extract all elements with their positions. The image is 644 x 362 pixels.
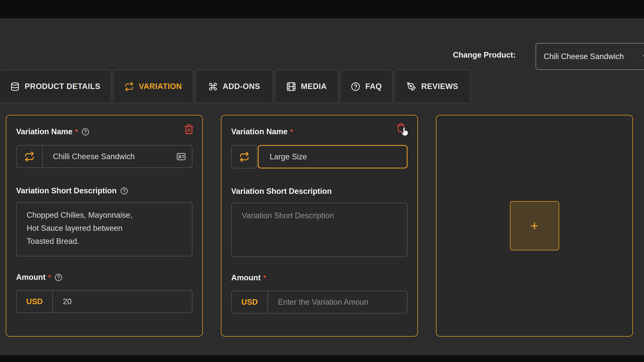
repeat-icon: [24, 152, 34, 162]
tab-bar: PRODUCT DETAILS VARIATION ADD-ONS MEDIA …: [0, 70, 644, 103]
tab-faq[interactable]: FAQ: [340, 70, 393, 103]
amount-input-group: USD: [231, 291, 408, 313]
help-icon[interactable]: [55, 274, 62, 281]
variation-name-input-group: [231, 145, 408, 168]
variation-desc-textarea[interactable]: Chopped Chilies, Mayonnaise, Hot Sauce l…: [16, 202, 192, 256]
product-select[interactable]: Chili Cheese Sandwich: [536, 43, 644, 70]
amount-label: Amount: [16, 273, 46, 282]
hand-cursor-icon: [399, 125, 411, 137]
variation-name-label: Variation Name: [16, 127, 72, 136]
tab-add-ons[interactable]: ADD-ONS: [195, 70, 273, 103]
variation-name-label: Variation Name: [231, 127, 288, 136]
variation-desc-label: Variation Short Description: [16, 186, 117, 195]
sync-button[interactable]: [231, 145, 257, 168]
contact-card-icon[interactable]: [176, 152, 186, 161]
amount-input[interactable]: [268, 291, 407, 313]
plus-icon: +: [531, 218, 539, 234]
tab-media[interactable]: MEDIA: [275, 70, 338, 103]
variation-name-input-focused: [258, 145, 408, 168]
variation-card-2: Variation Name * Variation Short Descrip…: [221, 115, 418, 337]
variation-desc-textarea[interactable]: [231, 203, 408, 257]
variation-name-input-group: [16, 145, 192, 168]
variations-panel: Variation Name * Variation Short Descrip…: [0, 103, 644, 337]
variation-card-1: Variation Name * Variation Short Descrip…: [6, 115, 203, 337]
header: Change Product: Chili Cheese Sandwich: [0, 18, 644, 70]
amount-input[interactable]: [53, 291, 192, 312]
trash-icon: [184, 124, 194, 134]
help-icon[interactable]: [120, 187, 128, 195]
required-asterisk: *: [290, 127, 293, 136]
database-icon: [10, 82, 20, 91]
bottom-bar: [0, 355, 644, 362]
repeat-icon: [239, 152, 249, 162]
amount-input-group: USD: [16, 290, 192, 313]
required-asterisk: *: [75, 127, 78, 136]
tab-label: ADD-ONS: [223, 82, 260, 91]
help-icon[interactable]: [82, 128, 89, 136]
variation-desc-label: Variation Short Description: [231, 187, 332, 196]
tab-label: VARIATION: [139, 82, 182, 91]
currency-label: USD: [17, 291, 53, 312]
chevron-down-icon: [642, 53, 644, 61]
top-bar: [0, 0, 644, 18]
delete-variation-button[interactable]: [184, 124, 194, 135]
required-asterisk: *: [263, 274, 266, 282]
help-circle-icon: [351, 82, 360, 91]
add-variation-button[interactable]: +: [510, 201, 559, 250]
sync-button[interactable]: [17, 146, 43, 167]
tab-label: MEDIA: [301, 82, 327, 91]
tab-label: REVIEWS: [421, 82, 458, 91]
required-asterisk: *: [48, 273, 51, 282]
tab-variation[interactable]: VARIATION: [113, 70, 193, 103]
tab-product-details[interactable]: PRODUCT DETAILS: [0, 70, 111, 103]
change-product-label: Change Product:: [453, 51, 516, 60]
tab-label: PRODUCT DETAILS: [25, 82, 100, 91]
product-select-value: Chili Cheese Sandwich: [544, 52, 624, 61]
currency-label: USD: [232, 291, 268, 313]
tab-label: FAQ: [365, 82, 382, 91]
tab-reviews[interactable]: REVIEWS: [394, 70, 471, 103]
delete-variation-area[interactable]: [396, 123, 411, 139]
film-icon: [287, 82, 296, 91]
variation-name-input[interactable]: [259, 146, 407, 168]
variation-name-input[interactable]: [43, 146, 192, 167]
add-variation-card: +: [436, 115, 633, 337]
amount-label: Amount: [231, 273, 261, 282]
pen-icon: [407, 82, 416, 91]
repeat-icon: [125, 82, 134, 91]
command-icon: [208, 82, 218, 91]
